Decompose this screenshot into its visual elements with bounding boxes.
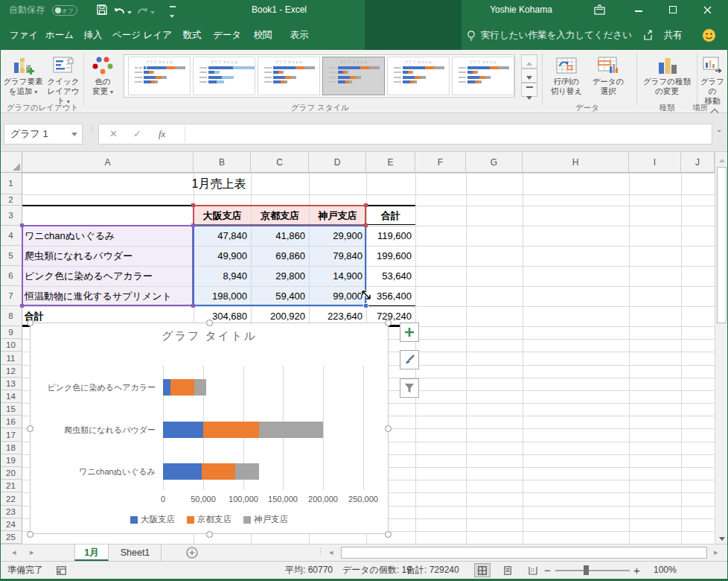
minimize-button[interactable] [626,0,651,20]
cell-row-name[interactable]: ワニchanぬいぐるみ [25,226,192,246]
sheet-tab-active[interactable]: 1月 [74,545,109,561]
cell-value[interactable]: 356,400 [366,286,415,306]
chart-style-thumbnail-3[interactable]: グラフ タイトル [258,57,320,95]
chart-resize-handle[interactable] [385,320,392,326]
chart-title[interactable]: グラフ タイトル [31,329,388,343]
quick-layout-button[interactable]: クイック レイアウト ▾ [45,52,82,101]
new-sheet-button[interactable] [186,547,198,561]
vertical-scroll-thumb[interactable] [717,167,727,323]
redo-icon[interactable] [136,4,155,19]
tab-home[interactable]: ホーム [43,20,76,50]
cell-value[interactable]: 59,400 [251,286,309,306]
select-data-button[interactable]: データの 選択 [589,52,628,101]
feedback-smiley-icon[interactable] [702,23,716,50]
tab-insert[interactable]: 挿入 [77,20,109,50]
cell-value[interactable]: 14,900 [309,266,366,286]
cell-value[interactable]: 199,600 [366,246,415,266]
undo-icon[interactable] [113,4,132,19]
sheet-nav-right-icon[interactable]: ▸ [30,547,34,557]
zoom-out-button[interactable]: − [544,562,551,579]
chart-filters-button[interactable] [400,378,419,398]
tab-formulas[interactable]: 数式 [176,20,208,50]
close-button[interactable] [695,0,720,20]
chart-resize-handle[interactable] [27,531,33,538]
cell-header[interactable]: 合計 [366,206,415,226]
maximize-button[interactable] [660,0,686,20]
cell-value[interactable]: 29,900 [309,226,366,246]
scroll-down-icon[interactable] [715,530,728,544]
cell-value[interactable]: 198,000 [194,286,251,306]
view-page-layout-button[interactable] [499,563,516,577]
range-handle[interactable] [191,223,195,227]
bar-segment-大阪支店[interactable] [163,422,203,438]
save-icon[interactable] [96,4,108,19]
chart-resize-handle[interactable] [27,320,33,326]
sheet-tab[interactable]: Sheet1 [109,545,162,561]
zoom-in-button[interactable]: + [633,562,640,579]
cancel-icon[interactable]: ✕ [109,124,118,144]
cell-title[interactable]: 1月売上表 [22,173,415,194]
view-page-break-button[interactable] [525,563,541,577]
autosave-toggle[interactable]: オフ [52,5,77,16]
chart-resize-handle[interactable] [385,531,392,538]
cell-value[interactable]: 29,800 [251,266,309,286]
hscroll-left-icon[interactable]: ◂ [329,547,333,557]
share-button[interactable]: 共有 [658,20,688,50]
chart-resize-handle[interactable] [206,531,213,538]
horizontal-scroll-thumb[interactable] [341,547,707,559]
sheet-nav-left-icon[interactable]: ◂ [12,547,16,557]
cell-value[interactable]: 99,000 [309,286,366,306]
fill-handle[interactable] [363,303,368,308]
chart-category-label[interactable]: 爬虫類になれるパウダー [31,425,156,436]
range-handle[interactable] [191,304,195,308]
chart-category-label[interactable]: ピンク色に染めるヘアカラー [31,382,156,393]
change-colors-button[interactable]: 色の 変更 ▾ [85,52,121,101]
group-label-data[interactable]: データ [546,103,629,113]
hscroll-right-icon[interactable]: ▸ [714,547,718,557]
tellme-box[interactable]: 実行したい作業を入力してください [481,20,645,50]
cell-value[interactable]: 41,860 [251,226,309,246]
cell-value[interactable]: 49,900 [194,246,251,266]
tab-data[interactable]: データ [210,20,244,50]
fx-icon[interactable]: fx [159,124,165,144]
scroll-up-icon[interactable] [715,152,728,165]
cell-value[interactable]: 8,940 [194,266,251,286]
enter-icon[interactable]: ✓ [133,124,141,144]
bar-segment-神戸支店[interactable] [259,422,323,438]
chart-styles-button[interactable] [400,350,419,369]
expand-formula-bar-icon[interactable]: ⌄ [716,125,722,133]
tab-review[interactable]: 校閲 [246,20,279,50]
chart-resize-handle[interactable] [385,425,392,432]
macro-record-icon[interactable] [57,566,66,577]
range-handle[interactable] [364,203,368,207]
chart-legend[interactable]: 大阪支店 京都支店 神戸支店 [31,514,388,525]
chart-style-thumbnail-5[interactable]: グラフ タイトル [387,57,450,95]
cell-value[interactable]: 119,600 [366,226,415,246]
gallery-scroll-down-button[interactable] [521,69,537,83]
chart-elements-button[interactable] [400,323,419,342]
chart-style-thumbnail-2[interactable]: グラフ タイトル [193,57,255,95]
scrollbar-divider[interactable]: ⋮ [316,547,325,556]
chart-style-thumbnail-4[interactable]: グラフ タイトル [322,57,385,95]
cell-value[interactable]: 47,840 [194,226,251,246]
bar-segment-大阪支店[interactable] [163,379,170,396]
chart-object[interactable]: グラフ タイトル ピンク色に染めるヘアカラー 爬虫類になれるパウダー ワニcha… [30,323,389,534]
bar-segment-大阪支店[interactable] [163,463,202,480]
cell-row-name[interactable]: ピンク色に染めるヘアカラー [25,266,192,286]
bar-segment-京都支店[interactable] [170,379,194,396]
bar-segment-京都支店[interactable] [203,422,259,438]
range-handle[interactable] [364,223,368,227]
chart-resize-handle[interactable] [206,320,213,326]
chart-style-thumbnail-6[interactable]: グラフ タイトル [452,57,514,95]
cell-header[interactable]: 京都支店 [251,206,309,226]
cell-value[interactable]: 69,860 [251,246,309,266]
zoom-slider-thumb[interactable] [584,565,589,575]
formula-input[interactable]: ✕ ✓ fx [98,124,712,145]
range-handle[interactable] [20,223,24,227]
ribbon-display-options-icon[interactable] [587,0,612,20]
range-handle[interactable] [20,304,24,308]
tab-file[interactable]: ファイル [6,20,42,50]
bar-segment-神戸支店[interactable] [194,379,206,396]
range-handle[interactable] [191,203,195,207]
move-chart-button[interactable]: グラフの 移動 [697,52,727,101]
